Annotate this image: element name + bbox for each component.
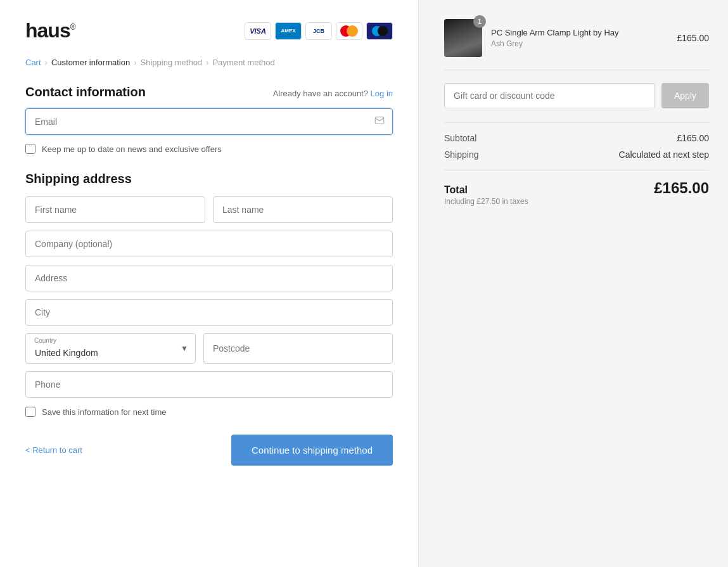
shipping-value: Calculated at next step (619, 150, 709, 160)
breadcrumb-sep-3: › (206, 58, 208, 67)
breadcrumb-payment-method: Payment method (212, 58, 274, 67)
checkout-left-panel: haus® VISA AMEX JCB Cart › Customer info… (0, 0, 418, 567)
breadcrumb-sep-2: › (134, 58, 136, 67)
last-name-input[interactable] (213, 196, 393, 223)
product-info: PC Single Arm Clamp Light by Hay Ash Gre… (491, 28, 668, 48)
company-input[interactable] (25, 231, 393, 257)
login-link[interactable]: Log in (371, 89, 393, 98)
payment-icons: VISA AMEX JCB (245, 22, 393, 40)
newsletter-label: Keep me up to date on news and exclusive… (42, 144, 222, 154)
breadcrumb-cart[interactable]: Cart (25, 58, 41, 67)
continue-to-shipping-button[interactable]: Continue to shipping method (231, 435, 393, 466)
total-row: Total Including £27.50 in taxes £165.00 (444, 170, 709, 206)
breadcrumb: Cart › Customer information › Shipping m… (25, 58, 393, 67)
city-row (25, 299, 393, 326)
mastercard-icon (336, 22, 362, 40)
subtotal-label: Subtotal (444, 133, 476, 143)
product-name: PC Single Arm Clamp Light by Hay (491, 28, 668, 37)
shipping-row: Shipping Calculated at next step (444, 150, 709, 160)
address-input[interactable] (25, 265, 393, 291)
country-postcode-row: Country United Kingdom United States Ger… (25, 333, 393, 364)
product-image-wrapper: 1 (444, 19, 482, 57)
country-select[interactable]: United Kingdom United States Germany Fra… (25, 333, 196, 364)
newsletter-row: Keep me up to date on news and exclusive… (25, 144, 393, 154)
contact-title: Contact information (25, 85, 146, 99)
header: haus® VISA AMEX JCB (25, 19, 393, 42)
total-label: Total (444, 184, 528, 196)
account-prompt: Already have an account? Log in (273, 89, 393, 98)
breadcrumb-customer-info: Customer information (51, 58, 130, 67)
save-info-checkbox[interactable] (25, 407, 35, 417)
company-row (25, 231, 393, 257)
newsletter-checkbox[interactable] (25, 144, 35, 154)
brand-logo: haus® (25, 19, 75, 42)
contact-section-header: Contact information Already have an acco… (25, 85, 393, 99)
bottom-actions: < Return to cart Continue to shipping me… (25, 435, 393, 466)
first-name-input[interactable] (25, 196, 205, 223)
postcode-input[interactable] (203, 333, 393, 364)
maestro-icon (366, 22, 393, 40)
subtotal-value: £165.00 (677, 133, 709, 143)
apply-discount-button[interactable]: Apply (661, 83, 709, 108)
shipping-title: Shipping address (25, 172, 393, 186)
amex-icon: AMEX (275, 22, 302, 40)
total-amount: £165.00 (654, 179, 709, 197)
save-info-label: Save this information for next time (42, 407, 167, 417)
city-input[interactable] (25, 299, 393, 326)
email-icon (374, 115, 385, 129)
order-summary-panel: 1 PC Single Arm Clamp Light by Hay Ash G… (418, 0, 728, 567)
email-input[interactable] (25, 108, 393, 135)
product-price: £165.00 (677, 33, 709, 43)
phone-input[interactable] (25, 371, 393, 398)
name-row (25, 196, 393, 223)
total-left: Total Including £27.50 in taxes (444, 184, 528, 206)
breadcrumb-shipping-method: Shipping method (141, 58, 203, 67)
order-item: 1 PC Single Arm Clamp Light by Hay Ash G… (444, 19, 709, 70)
return-to-cart-link[interactable]: < Return to cart (25, 445, 82, 455)
svg-rect-0 (375, 117, 384, 124)
discount-code-input[interactable] (444, 83, 655, 108)
breadcrumb-sep-1: › (45, 58, 48, 67)
email-wrapper (25, 108, 393, 135)
discount-row: Apply (444, 83, 709, 108)
shipping-label: Shipping (444, 150, 479, 160)
order-summary: Subtotal £165.00 Shipping Calculated at … (444, 122, 709, 206)
tax-note: Including £27.50 in taxes (444, 197, 528, 206)
address-row (25, 265, 393, 291)
product-variant: Ash Grey (491, 39, 668, 48)
country-wrapper: Country United Kingdom United States Ger… (25, 333, 196, 364)
jcb-icon: JCB (305, 22, 332, 40)
visa-icon: VISA (245, 22, 271, 40)
save-info-row: Save this information for next time (25, 407, 393, 417)
subtotal-row: Subtotal £165.00 (444, 133, 709, 143)
item-count-badge: 1 (473, 15, 486, 28)
phone-row (25, 371, 393, 398)
